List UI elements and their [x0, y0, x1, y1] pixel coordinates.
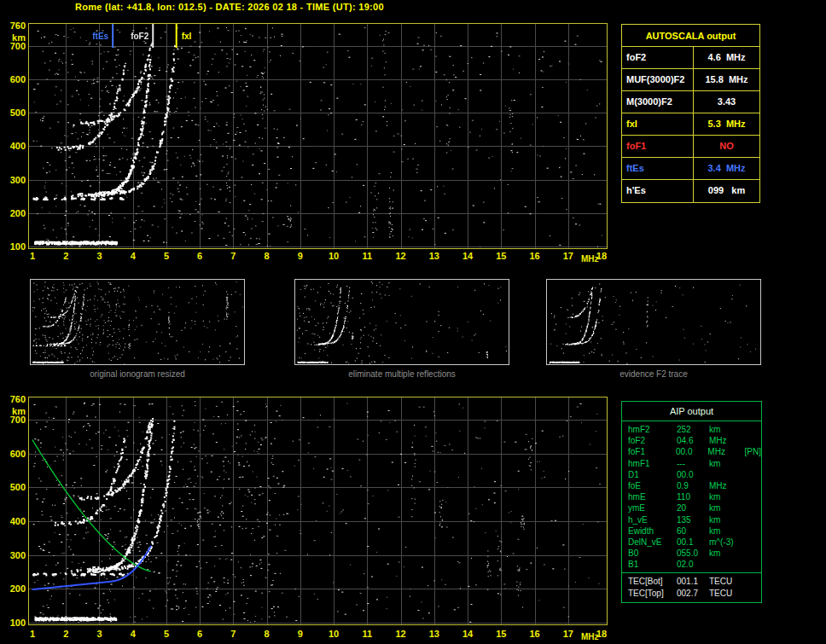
autoscala-row-label: ftEs	[622, 158, 694, 179]
aip-unit: km	[709, 548, 747, 559]
aip-value: 20	[677, 502, 709, 513]
autoscala-row: fxI5.3 MHz	[622, 113, 759, 136]
aip-name: foF2	[622, 435, 677, 446]
aip-value: 04.6	[677, 435, 709, 446]
aip-name: TEC[Top]	[622, 588, 677, 599]
aip-unit: km	[709, 502, 747, 513]
x-axis-tick: 10	[329, 251, 339, 261]
aip-name: DelN_vE	[622, 537, 677, 548]
x-axis-tick: 9	[298, 629, 303, 639]
aip-tec-row: TEC[Bot]001.1TECU	[622, 576, 761, 587]
aip-name: foF1	[622, 446, 676, 457]
aip-unit: TECU	[709, 588, 747, 599]
x-axis-tick: 10	[329, 629, 339, 639]
aip-extra	[747, 588, 761, 599]
x-axis-tick: 13	[429, 251, 439, 261]
x-axis-tick: 2	[63, 251, 68, 261]
aip-row: B102.0	[622, 559, 761, 570]
aip-row: hmE110km	[622, 491, 761, 502]
bottom-ionogram-plot	[28, 397, 608, 625]
aip-value: 110	[677, 491, 709, 502]
autoscala-row-value: 15.8 MHz	[694, 69, 759, 90]
x-axis-tick: 3	[96, 251, 102, 261]
aip-extra	[747, 548, 761, 559]
x-axis-tick: 7	[230, 251, 236, 261]
thumbnail-f2-evidence	[546, 279, 761, 365]
y-axis-tick: 200	[2, 583, 26, 594]
aip-row: B0055.0km	[622, 548, 761, 559]
y-axis-unit-label: km	[2, 406, 26, 416]
autoscala-row-label: M(3000)F2	[622, 91, 694, 113]
x-axis-tick: 11	[363, 629, 373, 639]
aip-value: 001.1	[677, 576, 709, 587]
thumbnail-caption-original: original ionogram resized	[30, 369, 245, 379]
aip-name: foE	[622, 480, 677, 491]
thumbnail-caption-f2-evidence: evidence F2 trace	[546, 369, 761, 379]
aip-extra	[747, 480, 761, 491]
aip-name: Ewidth	[622, 525, 677, 537]
aip-row: foE0.9MHz	[622, 480, 761, 491]
aip-row: DelN_vE00.1m^(-3)	[622, 537, 761, 548]
aip-value: ---	[677, 458, 709, 469]
aip-table-title: AIP output	[622, 402, 761, 421]
x-axis-tick: 1	[30, 251, 35, 261]
aip-value: 02.0	[677, 559, 709, 570]
aip-name: hmE	[622, 491, 677, 502]
aip-name: B0	[622, 548, 677, 559]
aip-extra	[747, 469, 761, 480]
x-axis-tick: 16	[529, 251, 539, 261]
aip-row: Ewidth60km	[622, 525, 761, 537]
y-axis-tick: 100	[2, 241, 26, 252]
y-axis-tick: 400	[2, 141, 26, 151]
x-axis-tick: 4	[131, 251, 136, 261]
aip-extra	[747, 525, 761, 537]
x-axis-tick: 13	[429, 629, 439, 639]
aip-name: B1	[622, 559, 677, 570]
autoscala-row-label: MUF(3000)F2	[622, 69, 694, 90]
y-axis-tick: 600	[2, 74, 26, 84]
aip-value: 055.0	[677, 548, 709, 559]
aip-extra: [PN]	[745, 446, 761, 457]
aip-extra	[747, 458, 761, 469]
aip-name: D1	[622, 469, 677, 480]
y-axis-tick: 500	[2, 482, 26, 492]
autoscala-row-value: 3.43	[694, 91, 759, 113]
x-axis-tick: 8	[265, 251, 270, 261]
x-axis-tick: 8	[265, 629, 270, 639]
x-axis-unit-label: MHz	[581, 254, 599, 264]
x-axis-tick: 14	[462, 251, 473, 261]
x-axis-unit-label: MHz	[581, 632, 599, 642]
aip-unit: MHz	[709, 480, 747, 491]
autoscala-row-label: fxI	[622, 113, 694, 135]
aip-value: 135	[677, 514, 709, 525]
aip-unit: MHz	[709, 435, 747, 446]
y-axis-tick: 760	[2, 20, 26, 31]
thumbnail-caption-no-multiples: eliminate multiple reflections	[294, 369, 509, 379]
aip-unit: km	[709, 514, 747, 525]
bottom-ionogram-canvas	[29, 397, 607, 624]
window-title: Rome (lat: +41.8, lon: 012.5) - DATE: 20…	[75, 2, 384, 12]
y-axis-tick: 300	[2, 175, 26, 185]
aip-extra	[747, 435, 761, 446]
y-axis-tick: 100	[2, 618, 26, 628]
aip-unit	[709, 469, 747, 480]
x-axis-tick: 7	[230, 629, 236, 639]
aip-value: 00.1	[677, 537, 709, 548]
thumbnail-f2-evidence-canvas	[547, 280, 760, 364]
autoscala-row: foF1NO	[622, 136, 759, 158]
aip-row: hmF1---km	[622, 458, 761, 469]
autoscala-row: foF24.6 MHz	[622, 47, 759, 69]
thumbnail-original-canvas	[31, 280, 244, 364]
aip-value: 002.7	[677, 588, 709, 599]
aip-extra	[747, 559, 761, 570]
aip-extra	[747, 502, 761, 513]
y-axis-tick: 760	[2, 394, 26, 404]
autoscala-row-value: 3.4 MHz	[694, 158, 759, 179]
x-axis-tick: 9	[298, 251, 303, 261]
x-axis-tick: 6	[197, 629, 202, 639]
y-axis-tick: 300	[2, 550, 26, 560]
aip-extra	[747, 424, 761, 435]
aip-row: h_vE135km	[622, 514, 761, 525]
autoscala-row-label: foF2	[622, 47, 694, 68]
aip-unit: MHz	[707, 446, 744, 457]
